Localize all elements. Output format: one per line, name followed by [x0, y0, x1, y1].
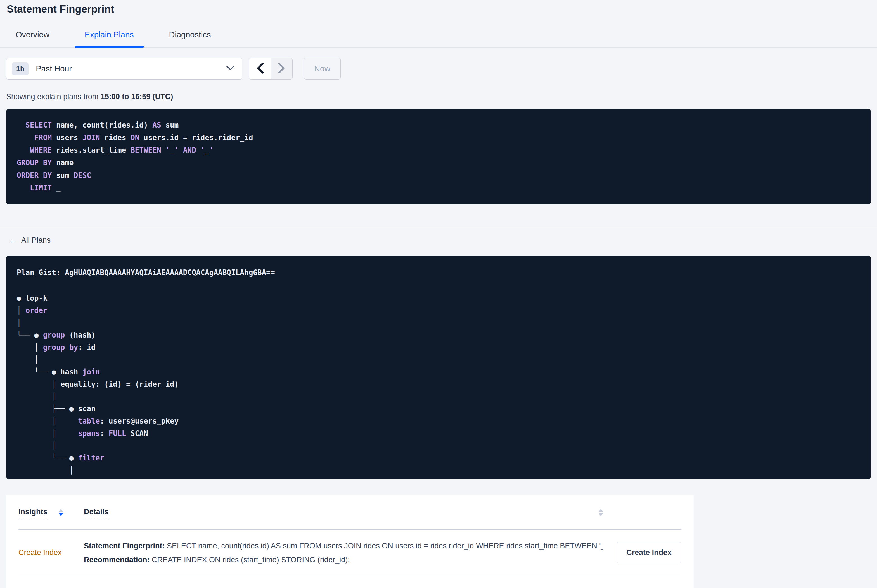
- details-column-header: Details: [84, 508, 611, 520]
- showing-plans-caption: Showing explain plans from 15:00 to 16:5…: [6, 92, 877, 101]
- plan-tree: ● top-k│ order│└── ● group (hash) │ grou…: [17, 292, 860, 476]
- time-range-badge: 1h: [12, 62, 29, 75]
- plan-gist-line: Plan Gist: AgHUAQIABQAAAAHYAQIAiAEAAAADC…: [17, 266, 860, 279]
- sort-icon[interactable]: [599, 509, 603, 516]
- now-button[interactable]: Now: [304, 58, 341, 80]
- details-column-label[interactable]: Details: [84, 508, 109, 520]
- insights-table: Insights Details Create Index Statement …: [6, 495, 693, 588]
- statement-fingerprint-line: Statement Fingerprint: SELECT name, coun…: [84, 539, 603, 553]
- sort-icon[interactable]: [59, 509, 63, 516]
- plan-gist-card: Plan Gist: AgHUAQIABQAAAAHYAQIAiAEAAAADC…: [6, 256, 871, 479]
- insights-table-header: Insights Details: [18, 495, 681, 530]
- chevron-left-icon: [257, 62, 264, 75]
- time-step-buttons: [249, 58, 293, 80]
- time-range-dropdown[interactable]: 1h Past Hour: [6, 58, 242, 80]
- tab-explain-plans[interactable]: Explain Plans: [75, 30, 144, 47]
- tab-bar: Overview Explain Plans Diagnostics: [0, 30, 877, 48]
- caption-time-range: 15:00 to 16:59 (UTC): [101, 92, 173, 101]
- chevron-down-icon: [226, 66, 234, 72]
- time-range-label: Past Hour: [36, 64, 226, 74]
- insights-column-header: Insights: [18, 508, 84, 520]
- back-arrow-icon: ←: [8, 236, 17, 244]
- sql-code: SELECT name, count(rides.id) AS sum FROM…: [17, 119, 860, 194]
- all-plans-back-link[interactable]: ← All Plans: [8, 236, 51, 244]
- action-cell: Create Index: [611, 542, 681, 563]
- time-controls: 1h Past Hour Now: [6, 58, 877, 80]
- create-index-button[interactable]: Create Index: [617, 542, 681, 563]
- statement-sql-card: SELECT name, count(rides.id) AS sum FROM…: [6, 109, 871, 204]
- next-interval-button[interactable]: [271, 58, 292, 79]
- plan-gist-value: AgHUAQIABQAAAAHYAQIAiAEAAAADCQACAgAABQIL…: [65, 268, 275, 277]
- table-row: Create Index Statement Fingerprint: SELE…: [18, 530, 681, 576]
- page-title: Statement Fingerprint: [7, 3, 877, 15]
- all-plans-label: All Plans: [21, 236, 51, 244]
- tab-diagnostics[interactable]: Diagnostics: [159, 30, 221, 47]
- create-index-link[interactable]: Create Index: [18, 548, 84, 557]
- chevron-right-icon: [278, 62, 285, 75]
- insights-column-label[interactable]: Insights: [18, 508, 48, 520]
- recommendation-line: Recommendation: CREATE INDEX ON rides (s…: [84, 553, 603, 567]
- details-cell: Statement Fingerprint: SELECT name, coun…: [84, 539, 611, 567]
- tab-overview[interactable]: Overview: [6, 30, 60, 47]
- previous-interval-button[interactable]: [249, 58, 271, 79]
